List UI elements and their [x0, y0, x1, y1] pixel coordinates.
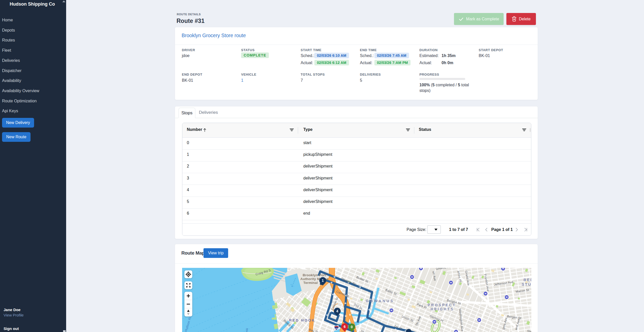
svg-text:GOWANUS: GOWANUS: [366, 299, 394, 303]
svg-text:Brooklyn Port: Brooklyn Port: [303, 273, 326, 277]
svg-text:4: 4: [336, 309, 338, 313]
svg-text:M: M: [390, 309, 392, 312]
svg-text:6: 6: [344, 325, 346, 329]
svg-text:BED: BED: [523, 278, 531, 282]
svg-text:M: M: [485, 292, 487, 295]
svg-text:M: M: [455, 330, 457, 332]
svg-text:0: 0: [351, 325, 353, 329]
svg-text:278: 278: [335, 328, 338, 330]
svg-text:STUY: STUY: [522, 282, 531, 286]
svg-text:Sterli: Sterli: [527, 329, 531, 332]
svg-text:M: M: [411, 276, 413, 278]
svg-text:M: M: [433, 321, 435, 323]
svg-text:1: 1: [322, 279, 324, 283]
svg-text:HEIGHTS: HEIGHTS: [431, 307, 454, 311]
svg-text:M: M: [506, 296, 508, 298]
svg-text:PROSPECT: PROSPECT: [428, 303, 456, 307]
svg-text:M: M: [502, 268, 504, 270]
svg-text:Terminal: Terminal: [303, 281, 318, 285]
svg-text:M: M: [478, 319, 480, 321]
svg-text:RED HOOK: RED HOOK: [289, 318, 315, 322]
svg-text:M: M: [450, 281, 452, 284]
svg-text:M: M: [420, 268, 422, 270]
